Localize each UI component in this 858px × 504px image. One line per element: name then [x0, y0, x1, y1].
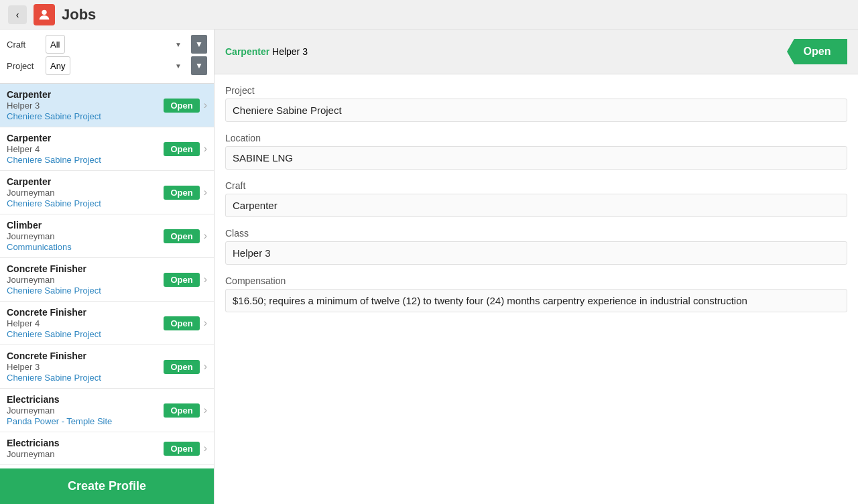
detail-craft-section: Craft Carpenter	[225, 180, 847, 217]
job-class: Journeyman	[7, 275, 164, 285]
job-class: Journeyman	[7, 449, 164, 459]
job-title: Electricians	[7, 438, 164, 448]
detail-location-label: Location	[225, 133, 847, 143]
list-item[interactable]: ElectriciansJourneymanPanda Power - Temp…	[0, 389, 214, 432]
list-item[interactable]: CarpenterJourneymanCheniere Sabine Proje…	[0, 171, 214, 214]
detail-location-value: SABINE LNG	[225, 146, 847, 170]
job-project: Communications	[7, 242, 164, 252]
detail-compensation-label: Compensation	[225, 275, 847, 286]
project-select-wrap: Any	[46, 56, 186, 75]
list-item[interactable]: CarpenterHelper 4Cheniere Sabine Project…	[0, 127, 214, 171]
job-project: Cheniere Sabine Project	[7, 198, 164, 208]
craft-select[interactable]: All	[46, 35, 65, 54]
job-title: Carpenter	[7, 133, 164, 143]
svg-point-0	[42, 9, 46, 14]
status-badge: Open	[164, 442, 199, 456]
status-badge: Open	[164, 229, 199, 243]
job-title: Concrete Finisher	[7, 263, 164, 274]
job-class: Journeyman	[7, 405, 164, 416]
detail-craft-title: Carpenter	[225, 46, 269, 57]
job-title: Electricians	[7, 394, 164, 405]
detail-open-button[interactable]: Open	[787, 39, 847, 64]
job-title: Carpenter	[7, 176, 164, 187]
craft-label: Craft	[7, 40, 40, 50]
craft-arrow-button[interactable]: ▼	[191, 35, 207, 54]
job-class: Journeyman	[7, 231, 164, 241]
detail-class-value: Helper 3	[225, 241, 847, 265]
status-badge: Open	[164, 403, 199, 418]
status-badge: Open	[164, 186, 199, 200]
detail-class-title: Helper 3	[272, 46, 308, 57]
filters-section: Craft All ▼ Project Any ▼	[0, 29, 214, 84]
list-item[interactable]: ClimberJourneymanCommunicationsOpen›	[0, 214, 214, 258]
chevron-right-icon: ›	[204, 143, 207, 155]
status-badge: Open	[164, 360, 199, 374]
job-project: Cheniere Sabine Project	[7, 373, 164, 383]
chevron-right-icon: ›	[204, 317, 207, 329]
job-project: Cheniere Sabine Project	[7, 111, 164, 121]
chevron-right-icon: ›	[204, 273, 207, 286]
detail-header-title: Carpenter Helper 3	[225, 46, 308, 57]
back-icon: ‹	[16, 9, 19, 20]
job-title: Concrete Finisher	[7, 351, 164, 361]
page-title: Jobs	[62, 6, 96, 23]
detail-craft-value: Carpenter	[225, 194, 847, 217]
detail-header: Carpenter Helper 3 Open	[214, 29, 858, 74]
job-project: Cheniere Sabine Project	[7, 286, 164, 296]
status-badge: Open	[164, 273, 199, 287]
project-filter-row: Project Any ▼	[7, 56, 207, 75]
left-panel: Craft All ▼ Project Any ▼ Carpe	[0, 29, 214, 504]
chevron-right-icon: ›	[204, 230, 207, 242]
status-badge: Open	[164, 316, 199, 330]
status-badge: Open	[164, 142, 199, 156]
chevron-right-icon: ›	[204, 99, 207, 111]
craft-filter-row: Craft All ▼	[7, 35, 207, 54]
job-title: Carpenter	[7, 89, 164, 100]
job-class: Helper 3	[7, 101, 164, 111]
job-class: Journeyman	[7, 188, 164, 198]
job-project: Cheniere Sabine Project	[7, 155, 164, 165]
chevron-right-icon: ›	[204, 361, 207, 373]
detail-class-label: Class	[225, 228, 847, 239]
list-item[interactable]: CarpenterHelper 3Cheniere Sabine Project…	[0, 84, 214, 127]
list-item[interactable]: ElectriciansJourneymanOpen›	[0, 432, 214, 465]
job-class: Helper 4	[7, 318, 164, 328]
project-select[interactable]: Any	[46, 56, 70, 75]
project-arrow-button[interactable]: ▼	[191, 56, 207, 75]
detail-location-section: Location SABINE LNG	[225, 133, 847, 170]
main-content: Craft All ▼ Project Any ▼ Carpe	[0, 29, 858, 504]
job-class: Helper 4	[7, 144, 164, 154]
chevron-right-icon: ›	[204, 442, 207, 454]
job-project: Cheniere Sabine Project	[7, 329, 164, 339]
detail-craft-label: Craft	[225, 180, 847, 191]
detail-compensation-value: $16.50; requires a minimum of twelve (12…	[225, 289, 847, 312]
job-class: Helper 3	[7, 362, 164, 372]
chevron-right-icon: ›	[204, 404, 207, 416]
project-label: Project	[7, 61, 40, 71]
chevron-right-icon: ›	[204, 186, 207, 198]
list-item[interactable]: Concrete FinisherHelper 4Cheniere Sabine…	[0, 302, 214, 345]
status-badge: Open	[164, 99, 199, 113]
app-header: ‹ Jobs	[0, 0, 858, 29]
detail-class-section: Class Helper 3	[225, 228, 847, 265]
detail-compensation-section: Compensation $16.50; requires a minimum …	[225, 275, 847, 312]
detail-project-label: Project	[225, 85, 847, 96]
back-button[interactable]: ‹	[8, 5, 27, 24]
job-title: Concrete Finisher	[7, 307, 164, 318]
craft-select-wrap: All	[46, 35, 186, 54]
detail-project-section: Project Cheniere Sabine Project	[225, 85, 847, 122]
job-list: CarpenterHelper 3Cheniere Sabine Project…	[0, 84, 214, 468]
job-title: Climber	[7, 220, 164, 231]
job-project: Panda Power - Temple Site	[7, 416, 164, 426]
right-panel: Carpenter Helper 3 Open Project Cheniere…	[214, 29, 858, 504]
detail-project-value: Cheniere Sabine Project	[225, 99, 847, 122]
list-item[interactable]: Concrete FinisherJourneymanCheniere Sabi…	[0, 258, 214, 302]
detail-content: Project Cheniere Sabine Project Location…	[214, 74, 858, 504]
create-profile-button[interactable]: Create Profile	[0, 468, 214, 504]
avatar	[34, 4, 55, 25]
list-item[interactable]: Concrete FinisherHelper 3Cheniere Sabine…	[0, 345, 214, 389]
